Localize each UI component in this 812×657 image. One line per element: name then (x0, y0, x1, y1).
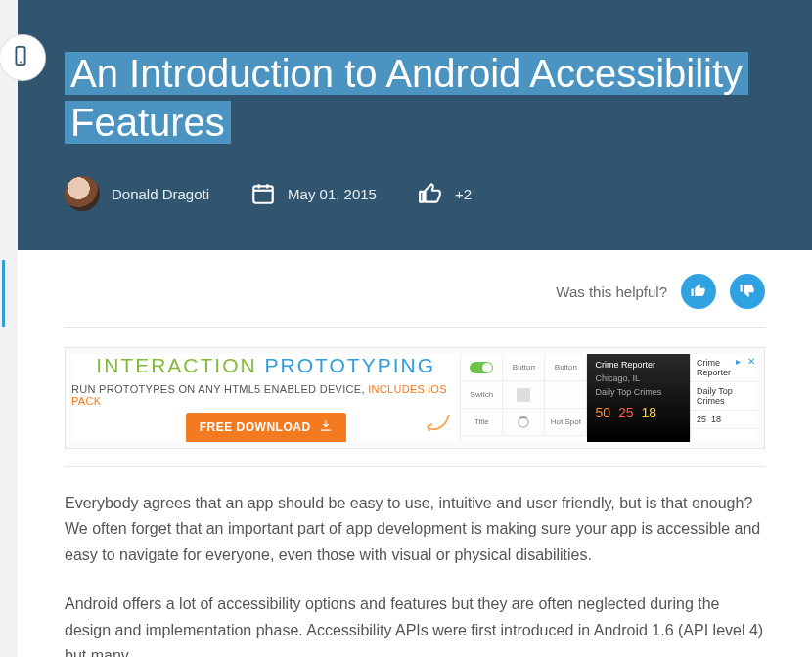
author-avatar (65, 176, 100, 211)
ad-info-button[interactable]: ▸ (731, 354, 744, 368)
calendar-icon (250, 181, 276, 206)
svg-rect-2 (253, 186, 273, 202)
thumbs-up-icon (690, 282, 707, 302)
feedback-row: Was this helpful? (65, 274, 765, 328)
ad-cta-button[interactable]: FREE DOWNLOAD (186, 413, 346, 443)
ad-controls: ▸ ✕ (731, 354, 758, 368)
left-accent (2, 260, 5, 327)
download-icon (319, 419, 333, 436)
article-content: Was this helpful? INTERACTION PROTOTYP (18, 250, 812, 657)
feedback-prompt: Was this helpful? (556, 284, 667, 300)
ad-phone-mock: Crime Reporter Chicago, IL Daily Top Cri… (587, 354, 690, 442)
author-name: Donald Dragoti (112, 186, 209, 202)
article-meta: Donald Dragoti May 01, 2015 +2 (65, 176, 765, 211)
article-body: Everybody agrees that an app should be e… (65, 491, 765, 657)
mobile-icon (10, 45, 35, 70)
spinner-icon (518, 416, 529, 428)
likes-count: +2 (455, 186, 472, 202)
article-title: An Introduction to Android Accessibility… (65, 52, 748, 144)
date-text: May 01, 2015 (288, 186, 377, 202)
ad-mockup: Button Button Switch Title Hot Spot Crim… (460, 354, 758, 442)
ad-widget-grid: Button Button Switch Title Hot Spot (460, 354, 587, 442)
likes[interactable]: +2 (418, 181, 472, 206)
ad-copy: INTERACTION PROTOTYPING RUN PROTOTYPES O… (71, 354, 460, 442)
ad-cta-label: FREE DOWNLOAD (200, 420, 311, 434)
divider (65, 466, 765, 467)
square-icon (517, 388, 530, 402)
paragraph: Everybody agrees that an app should be e… (65, 491, 765, 568)
toggle-icon (470, 362, 493, 373)
ad-title-2: PROTOTYPING (265, 354, 435, 376)
thumbs-up-icon (418, 181, 443, 206)
author[interactable]: Donald Dragoti (65, 176, 209, 211)
vote-down-button[interactable] (730, 274, 765, 309)
publish-date: May 01, 2015 (250, 181, 377, 206)
ad-banner[interactable]: INTERACTION PROTOTYPING RUN PROTOTYPES O… (71, 354, 758, 442)
ad-subtitle: RUN PROTOTYPES ON ANY HTML5 ENABLED DEVI… (71, 383, 460, 407)
vote-up-button[interactable] (681, 274, 716, 309)
paragraph: Android offers a lot of accessibility op… (65, 591, 765, 657)
ad-title: INTERACTION PROTOTYPING (96, 354, 435, 377)
mobile-preview-button[interactable] (0, 35, 45, 80)
ad-close-button[interactable]: ✕ (744, 354, 758, 368)
ad-title-1: INTERACTION (96, 354, 256, 376)
ad-container: INTERACTION PROTOTYPING RUN PROTOTYPES O… (65, 347, 765, 449)
thumbs-down-icon (739, 282, 756, 302)
svg-point-1 (20, 62, 22, 64)
article-hero: An Introduction to Android Accessibility… (18, 0, 812, 250)
